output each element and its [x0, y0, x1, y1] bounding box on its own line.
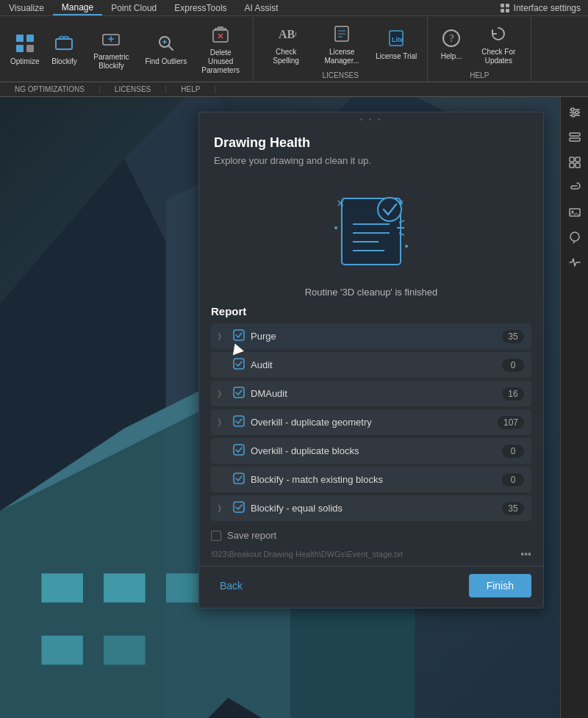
- file-path-row: !023\Breakout Drawing Health\DWGs\Event_…: [199, 545, 543, 566]
- check-updates-label: Check For Updates: [476, 48, 520, 65]
- help-group-label: HELP: [470, 68, 489, 79]
- check-spelling-label: Check Spelling: [264, 48, 308, 65]
- finish-button[interactable]: Finish: [469, 574, 531, 597]
- main-area: • • • Drawing Health Explore your drawin…: [0, 97, 588, 718]
- license-manager-icon: [330, 22, 354, 46]
- license-manager-label: License Manager...: [320, 48, 364, 65]
- nav-pointcloud[interactable]: Point Cloud: [102, 0, 165, 15]
- svg-rect-50: [234, 359, 244, 369]
- report-item-blockify-equal[interactable]: 〉 Blockify - equal solids 35: [211, 495, 531, 521]
- check-spelling-button[interactable]: ABC Check Spelling: [259, 19, 312, 68]
- drawing-health-panel: • • • Drawing Health Explore your drawin…: [198, 112, 544, 608]
- svg-point-59: [571, 108, 574, 111]
- ribbon-buttons-blockify: Optimize Blockify: [6, 19, 247, 79]
- interface-settings-label: Interface settings: [514, 3, 581, 13]
- license-trial-button[interactable]: Lite License Trial: [371, 24, 421, 64]
- svg-rect-27: [104, 573, 145, 603]
- dh-illustration: Routine '3D cleanup' is finished: [199, 172, 543, 305]
- ribbon-buttons-help: ? Help... Check For Updates: [434, 19, 525, 68]
- report-item-dmaudit[interactable]: 〉 DMAudit 16: [211, 381, 531, 406]
- find-outliers-label: Find Outliers: [145, 57, 187, 66]
- check-purge-icon: [233, 329, 245, 343]
- nav-visualize[interactable]: Visualize: [0, 0, 53, 15]
- svg-rect-65: [576, 157, 580, 162]
- svg-rect-3: [506, 9, 509, 12]
- licenses-label: LICENSES: [100, 85, 166, 93]
- cad-viewport[interactable]: • • • Drawing Health Explore your drawin…: [0, 97, 560, 718]
- image-icon[interactable]: [564, 201, 586, 223]
- dh-footer: Back Finish: [199, 566, 543, 608]
- ribbon-group-licenses: ABC Check Spelling License Manager...: [254, 16, 428, 82]
- report-item-overkill-blocks[interactable]: 〉 Overkill - duplicate blocks 0: [211, 438, 531, 464]
- svg-point-61: [572, 114, 575, 117]
- svg-rect-49: [234, 330, 244, 340]
- sliders-icon[interactable]: [564, 101, 586, 123]
- report-item-purge[interactable]: 〉 Purge 35: [211, 323, 531, 349]
- svg-rect-52: [234, 416, 244, 426]
- top-nav-bar: Visualize Manage Point Cloud ExpressTool…: [0, 0, 588, 16]
- dh-caption: Routine '3D cleanup' is finished: [305, 287, 438, 298]
- file-path-dots[interactable]: •••: [520, 548, 531, 560]
- blockify-button[interactable]: Blockify: [46, 29, 82, 69]
- report-item-audit[interactable]: 〉 Audit 0: [211, 352, 531, 378]
- find-outliers-button[interactable]: Find Outliers: [140, 29, 191, 69]
- pulse-icon[interactable]: [564, 251, 586, 273]
- svg-rect-62: [570, 133, 580, 136]
- svg-text:?: ?: [449, 32, 454, 44]
- overkill-blocks-count: 0: [502, 445, 524, 458]
- svg-rect-67: [576, 163, 580, 168]
- help-button[interactable]: ? Help...: [434, 24, 469, 64]
- ribbon-group-blockify: Optimize Blockify: [0, 16, 254, 82]
- back-button[interactable]: Back: [211, 575, 251, 596]
- nav-manage[interactable]: Manage: [53, 0, 102, 15]
- ribbon-labels-row: NG OPTIMIZATIONS LICENSES HELP: [0, 82, 588, 97]
- dmaudit-count: 16: [502, 387, 524, 401]
- nav-expresstools[interactable]: ExpressTools: [165, 0, 235, 15]
- parametric-blockify-label: Parametric Blockify: [89, 53, 133, 71]
- help-label-row: HELP: [166, 85, 215, 93]
- layers-icon[interactable]: [564, 126, 586, 148]
- blockify-equal-label: Blockify - equal solids: [251, 503, 496, 514]
- svg-rect-51: [234, 387, 244, 398]
- optimize-button[interactable]: Optimize: [6, 29, 43, 69]
- dh-illustration-svg: [320, 184, 423, 279]
- ribbon-group-help: ? Help... Check For Updates HELP: [428, 16, 531, 82]
- report-item-blockify-match[interactable]: 〉 Blockify - match existing blocks 0: [211, 467, 531, 492]
- parametric-blockify-icon: [99, 27, 123, 51]
- chevron-purge-icon: 〉: [218, 331, 227, 341]
- grid4-icon[interactable]: [564, 151, 586, 173]
- svg-rect-5: [26, 35, 34, 42]
- svg-rect-8: [56, 39, 72, 49]
- report-title: Report: [211, 305, 531, 317]
- save-report-label: Save report: [227, 530, 276, 541]
- nav-aiassist[interactable]: AI Assist: [236, 0, 287, 15]
- license-manager-button[interactable]: License Manager...: [315, 19, 368, 68]
- svg-rect-4: [16, 35, 24, 42]
- report-item-overkill-geo[interactable]: 〉 Overkill - duplicate geometry 107: [211, 409, 531, 435]
- interface-settings-link[interactable]: Interface settings: [500, 0, 588, 15]
- license-trial-icon: Lite: [384, 26, 408, 50]
- svg-rect-53: [234, 445, 244, 455]
- blockify-match-count: 0: [502, 473, 524, 487]
- ribbon-buttons-licenses: ABC Check Spelling License Manager...: [259, 19, 421, 68]
- delete-unused-button[interactable]: Delete Unused Parameters: [194, 20, 247, 78]
- parametric-blockify-button[interactable]: Parametric Blockify: [85, 24, 137, 73]
- panel-drag-dots[interactable]: • • •: [199, 112, 543, 123]
- svg-rect-6: [16, 45, 24, 52]
- dh-header: Drawing Health Explore your drawing and …: [199, 123, 543, 172]
- blockify-match-label: Blockify - match existing blocks: [251, 474, 496, 485]
- check-updates-button[interactable]: Check For Updates: [472, 19, 525, 68]
- check-blockify-match-icon: [233, 473, 245, 487]
- svg-point-42: [378, 198, 401, 221]
- help-icon: ?: [440, 26, 463, 50]
- attach-icon[interactable]: [564, 176, 586, 198]
- delete-unused-icon: [209, 23, 232, 46]
- svg-rect-30: [104, 636, 145, 665]
- check-blockify-equal-icon: [233, 501, 245, 515]
- save-report-row[interactable]: Save report: [199, 524, 543, 545]
- file-path-text: !023\Breakout Drawing Health\DWGs\Event_…: [211, 550, 520, 559]
- check-overkill-geo-icon: [233, 415, 245, 429]
- balloon-icon[interactable]: [564, 226, 586, 248]
- save-report-checkbox[interactable]: [211, 531, 221, 541]
- check-audit-icon: [233, 358, 245, 372]
